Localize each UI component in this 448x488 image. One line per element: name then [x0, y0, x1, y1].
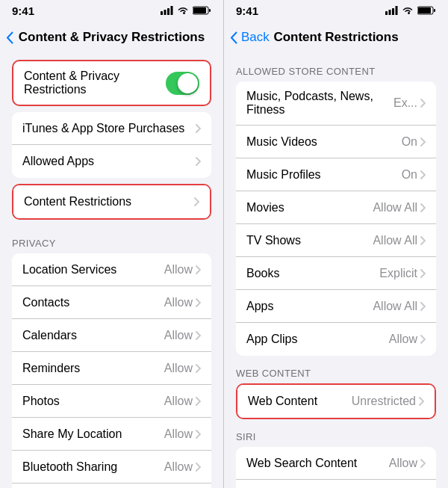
standalone-section: iTunes & App Store Purchases Allowed App… — [12, 112, 211, 178]
allowed-apps-chevron — [196, 157, 201, 166]
music-profiles-label: Music Profiles — [246, 168, 321, 182]
web-content-section: Web Content Unrestricted — [236, 383, 436, 419]
svg-rect-13 — [434, 9, 435, 12]
reminders-label: Reminders — [22, 362, 80, 375]
back-chevron-icon-right — [230, 31, 237, 44]
chevron-right-icon-8 — [196, 397, 201, 406]
photos-value: Allow — [164, 395, 201, 408]
status-bar-left: 9:41 — [0, 0, 223, 21]
store-row-5[interactable]: Books Explicit — [236, 257, 436, 290]
back-label-right: Back — [241, 30, 270, 45]
music-podcasts-label: Music, Podcasts, News, Fitness — [246, 90, 393, 117]
content-restrictions-chevron — [194, 197, 199, 206]
content-restrictions-section: Content Restrictions — [12, 184, 211, 220]
share-location-label: Share My Location — [22, 427, 122, 441]
privacy-row-1[interactable]: Contacts Allow — [12, 286, 211, 319]
app-clips-value: Allow — [389, 333, 426, 346]
contacts-value: Allow — [164, 296, 201, 309]
store-row-3[interactable]: Movies Allow All — [236, 191, 436, 224]
store-row-0[interactable]: Music, Podcasts, News, Fitness Ex... — [236, 81, 436, 126]
privacy-row-0[interactable]: Location Services Allow — [12, 253, 211, 286]
apps-label: Apps — [246, 300, 273, 313]
wifi-icon — [177, 6, 189, 15]
books-value: Explicit — [379, 267, 426, 280]
calendars-value: Allow — [164, 329, 201, 342]
left-screen: 9:41 Conten — [0, 0, 224, 488]
toggle-row[interactable]: Content & Privacy Restrictions — [13, 61, 210, 105]
nav-bar-left: Content & Privacy Restrictions — [0, 21, 223, 54]
siri-row-1[interactable]: Explicit Language Allow — [236, 480, 436, 488]
privacy-row-4[interactable]: Photos Allow — [12, 385, 211, 418]
photos-label: Photos — [22, 395, 60, 408]
back-button-left[interactable] — [6, 31, 13, 44]
toggle-label: Content & Privacy Restrictions — [24, 70, 166, 96]
svg-rect-8 — [389, 10, 391, 15]
web-content-row[interactable]: Web Content Unrestricted — [237, 385, 435, 418]
chevron-right-icon-5 — [196, 298, 201, 307]
chevron-right-icon-7 — [196, 364, 201, 373]
chevron-right-icon-wc — [419, 397, 424, 406]
signal-icon — [161, 6, 173, 15]
chevron-right-icon-r0 — [420, 99, 426, 108]
share-location-value: Allow — [164, 427, 201, 441]
signal-icon-right — [385, 6, 398, 15]
battery-icon-right — [417, 6, 436, 15]
content-restrictions-label: Content Restrictions — [24, 195, 131, 209]
privacy-section-label: PRIVACY — [0, 226, 223, 253]
wifi-icon-right — [402, 6, 414, 15]
chevron-right-icon-s0 — [420, 459, 426, 468]
right-content: ALLOWED STORE CONTENT Music, Podcasts, N… — [224, 54, 448, 488]
web-content-label: Web Content — [248, 395, 317, 408]
store-row-6[interactable]: Apps Allow All — [236, 290, 436, 323]
chevron-right-icon-4 — [196, 265, 201, 274]
status-bar-right: 9:41 — [224, 0, 448, 21]
store-row-4[interactable]: TV Shows Allow All — [236, 224, 436, 257]
svg-rect-12 — [418, 7, 431, 13]
privacy-row-6[interactable]: Bluetooth Sharing Allow — [12, 451, 211, 484]
web-content-header: WEB CONTENT — [224, 356, 448, 383]
privacy-row-7[interactable]: Microphone Allow — [12, 484, 211, 488]
back-button-right[interactable]: Back — [230, 30, 270, 45]
chevron-right-icon-6 — [196, 331, 201, 340]
web-search-value: Allow — [389, 457, 426, 470]
store-row-7[interactable]: App Clips Allow — [236, 323, 436, 356]
store-row-1[interactable]: Music Videos On — [236, 126, 436, 158]
tv-shows-label: TV Shows — [246, 234, 301, 247]
allowed-store-header: ALLOWED STORE CONTENT — [224, 54, 448, 81]
bluetooth-value: Allow — [164, 460, 201, 474]
content-restrictions-row[interactable]: Content Restrictions — [13, 185, 210, 218]
nav-title-right: Content Restrictions — [273, 30, 398, 45]
siri-header: SIRI — [224, 419, 448, 447]
privacy-row-2[interactable]: Calendars Allow — [12, 319, 211, 352]
movies-value: Allow All — [373, 201, 426, 214]
toggle-section: Content & Privacy Restrictions — [12, 60, 211, 106]
privacy-row-5[interactable]: Share My Location Allow — [12, 418, 211, 451]
svg-rect-5 — [193, 7, 206, 13]
contacts-label: Contacts — [22, 296, 69, 309]
svg-rect-2 — [167, 8, 169, 15]
allowed-apps-row[interactable]: Allowed Apps — [12, 145, 211, 178]
music-videos-label: Music Videos — [246, 135, 317, 149]
svg-rect-1 — [164, 10, 167, 15]
location-value: Allow — [164, 263, 201, 277]
location-label: Location Services — [22, 263, 116, 277]
privacy-row-3[interactable]: Reminders Allow — [12, 352, 211, 385]
nav-title-left: Content & Privacy Restrictions — [19, 30, 205, 45]
itunes-chevron — [196, 124, 201, 133]
calendars-label: Calendars — [22, 329, 77, 342]
status-icons-right — [385, 6, 436, 15]
web-search-label: Web Search Content — [246, 457, 357, 470]
itunes-row[interactable]: iTunes & App Store Purchases — [12, 112, 211, 145]
store-row-2[interactable]: Music Profiles On — [236, 158, 436, 191]
books-label: Books — [246, 267, 279, 280]
toggle-switch[interactable] — [166, 72, 199, 95]
battery-icon — [193, 6, 211, 15]
svg-rect-10 — [396, 6, 398, 15]
chevron-right-icon-r6 — [420, 302, 426, 311]
svg-rect-9 — [392, 8, 394, 15]
chevron-right-icon — [196, 124, 201, 133]
chevron-right-icon-9 — [196, 430, 201, 439]
chevron-right-icon-r3 — [420, 203, 426, 212]
siri-row-0[interactable]: Web Search Content Allow — [236, 447, 436, 480]
left-content: Content & Privacy Restrictions iTunes & … — [0, 54, 223, 488]
